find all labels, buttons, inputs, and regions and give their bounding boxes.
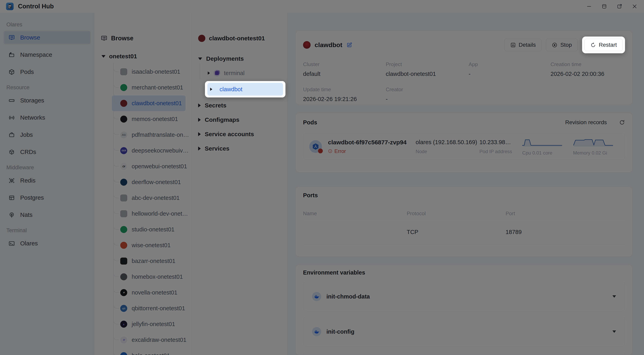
- sidebar-item-label: Postgres: [20, 194, 44, 201]
- stop-button[interactable]: Stop: [546, 39, 578, 51]
- chevron-down-icon[interactable]: [102, 55, 106, 58]
- tree-item-excalidraw[interactable]: ✕excalidraw-onetest01: [112, 332, 186, 348]
- minimize-icon[interactable]: [586, 3, 592, 10]
- tree-item-openwebui[interactable]: OIopenwebui-onetest01: [112, 159, 186, 174]
- terminal-deployment-icon: [214, 70, 220, 76]
- chevron-right-icon[interactable]: [198, 132, 201, 136]
- tree-item-abc-dev[interactable]: abc-dev-onetest01: [112, 190, 186, 206]
- chevron-down-icon[interactable]: [198, 57, 202, 60]
- tree-group-services[interactable]: Services: [196, 141, 283, 156]
- app-icon: H: [120, 352, 127, 355]
- chevron-down-icon[interactable]: [612, 295, 616, 298]
- sidebar-item-browse[interactable]: Browse: [4, 31, 90, 44]
- sidebar-item-olares-terminal[interactable]: Olares: [4, 237, 90, 250]
- info-creation-time: Creation time 2026-02-02 20:00:36: [550, 61, 625, 77]
- tree-item-helloworld-dev[interactable]: helloworld-dev-onet…: [112, 206, 186, 222]
- refresh-icon[interactable]: [619, 119, 625, 125]
- app-icon: OCR: [120, 147, 127, 154]
- revision-records-link[interactable]: Revision records: [565, 119, 607, 126]
- page-title: Control Hub: [18, 3, 54, 10]
- edit-icon[interactable]: [346, 42, 352, 48]
- app-icon: [120, 226, 127, 233]
- sidebar-item-nats[interactable]: Nats: [4, 208, 90, 221]
- chevron-right-icon[interactable]: [210, 88, 212, 91]
- titlebar: Control Hub: [0, 0, 644, 13]
- tree-item-deepseekocr[interactable]: OCRdeepseekocrwebuiv…: [112, 143, 186, 159]
- sidebar-item-label: Olares: [20, 240, 38, 247]
- app-icon: AG: [120, 131, 127, 138]
- control-hub-app-icon: [6, 2, 14, 10]
- open-external-icon[interactable]: [616, 3, 623, 10]
- tree-item-deerflow[interactable]: deerflow-onetest01: [112, 174, 186, 190]
- namespace-root-node[interactable]: onetest01: [99, 51, 186, 61]
- pod-status: Error: [328, 148, 416, 154]
- restart-button[interactable]: Restart: [584, 39, 623, 51]
- sidebar-item-namespace[interactable]: Namespace: [4, 48, 90, 61]
- chevron-right-icon[interactable]: [208, 71, 210, 75]
- chevron-right-icon[interactable]: [198, 118, 201, 122]
- storages-icon: [8, 97, 15, 104]
- ports-card: Ports Name Protocol Port TCP 18789: [296, 187, 632, 257]
- pod-cpu-sparkline: Cpu 0.01 core: [522, 137, 573, 156]
- details-button[interactable]: Details: [504, 39, 542, 51]
- app-icon: ✕: [120, 337, 127, 344]
- tree-group-service-accounts[interactable]: Service accounts: [196, 127, 283, 141]
- sidebar-item-label: Jobs: [20, 131, 33, 138]
- sidebar-item-postgres[interactable]: Postgres: [4, 191, 90, 204]
- tree-item-bazarr[interactable]: bazarr-onetest01: [112, 253, 186, 269]
- env-item-partial[interactable]: [303, 352, 625, 355]
- tree-item-clawdbot[interactable]: clawdbot: [207, 83, 283, 96]
- main-content: clawdbot Details Stop: [287, 13, 644, 355]
- sidebar-item-jobs[interactable]: Jobs: [4, 128, 90, 141]
- env-item-init-chmod-data[interactable]: init-chmod-data: [303, 282, 625, 311]
- chevron-right-icon[interactable]: [198, 147, 201, 151]
- workload-name: clawdbot: [314, 41, 342, 49]
- close-icon[interactable]: [631, 3, 638, 10]
- split-window-icon[interactable]: [601, 3, 608, 10]
- window-controls: [586, 3, 638, 10]
- chevron-down-icon[interactable]: [612, 331, 616, 333]
- pod-memory-sparkline: Memory 0.02 Gi: [573, 137, 619, 156]
- info-app: App -: [468, 61, 550, 77]
- sidebar-item-crds[interactable]: CRDs: [4, 145, 90, 159]
- tree-item-studio[interactable]: studio-onetest01: [112, 222, 186, 237]
- tree-item-jellyfin[interactable]: ▲jellyfin-onetest01: [112, 316, 186, 332]
- tree-item-terminal[interactable]: terminal: [208, 66, 283, 80]
- env-item-init-config[interactable]: init-config: [303, 317, 625, 346]
- tree-item-wise[interactable]: wise-onetest01: [112, 237, 186, 253]
- sidebar-item-label: Pods: [20, 68, 34, 75]
- ports-title: Ports: [303, 192, 625, 199]
- tree-item-clawdbot-onetest01[interactable]: clawdbot-onetest01: [112, 95, 186, 111]
- tree-item-halo[interactable]: Hhalo-onetest01: [112, 348, 186, 355]
- pod-ip: 10.233.98… Pod IP address: [480, 139, 522, 154]
- pod-error-badge: [318, 149, 323, 153]
- app-icon: ▲: [120, 321, 127, 328]
- tree-group-deployments[interactable]: Deployments: [196, 51, 283, 66]
- pod-row[interactable]: clawdbot-6f97c56877-zvp94 Error olares (…: [303, 133, 625, 160]
- sidebar-item-pods[interactable]: Pods: [4, 65, 90, 78]
- sidebar-section-terminal: Terminal: [6, 227, 88, 234]
- info-project: Project clawdbot-onetest01: [386, 61, 468, 77]
- sidebar-item-label: CRDs: [20, 149, 36, 155]
- workload-panel-title: clawdbot-onetest01: [209, 35, 265, 42]
- sidebar-item-label: Nats: [20, 211, 32, 218]
- tree-item-homebox[interactable]: homebox-onetest01: [112, 269, 186, 285]
- app-icon: [120, 273, 127, 280]
- tree-group-secrets[interactable]: Secrets: [196, 98, 283, 113]
- tree-item-novella[interactable]: ✦novella-onetest01: [112, 285, 186, 301]
- pods-card: Pods Revision records clawdbot-6f97c5687…: [296, 113, 632, 172]
- sidebar-item-storages[interactable]: Storages: [4, 94, 90, 107]
- tree-item-qbittorrent[interactable]: qbqbittorrent-onetest01: [112, 301, 186, 316]
- browse-icon: [8, 34, 15, 41]
- tree-item-memos[interactable]: memos-onetest01: [112, 111, 186, 127]
- tree-item-pdfmathtranslate[interactable]: AGpdfmathtranslate-on…: [112, 127, 186, 143]
- sidebar-item-redis[interactable]: Redis: [4, 174, 90, 187]
- tree-group-configmaps[interactable]: Configmaps: [196, 113, 283, 127]
- tree-item-merchant[interactable]: merchant-onetest01: [112, 80, 186, 95]
- docker-icon: [312, 292, 321, 301]
- sidebar-item-networks[interactable]: Networks: [4, 111, 90, 124]
- namespace-icon: [8, 51, 15, 58]
- tree-item-isaaclab[interactable]: isaaclab-onetest01: [112, 64, 186, 80]
- pod-icon: [309, 140, 322, 153]
- chevron-right-icon[interactable]: [198, 103, 201, 107]
